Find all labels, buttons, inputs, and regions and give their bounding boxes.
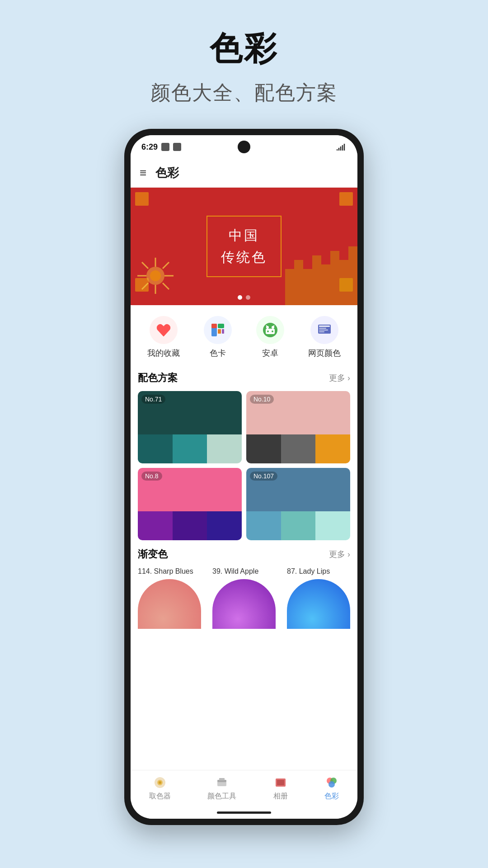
swatch	[207, 511, 242, 540]
status-bar: 6:29	[131, 135, 357, 159]
quick-item-android[interactable]: 安卓	[256, 316, 284, 359]
svg-point-22	[267, 330, 269, 332]
palette-bottom	[246, 511, 350, 540]
swatch	[315, 434, 350, 463]
palette-num: No.71	[141, 395, 165, 404]
svg-point-31	[159, 781, 161, 784]
notification-icon	[173, 143, 181, 151]
svg-line-8	[163, 262, 169, 269]
hamburger-menu[interactable]: ≡	[140, 166, 146, 180]
fireworks-icon	[135, 255, 176, 296]
svg-rect-15	[222, 329, 224, 334]
home-bar	[217, 811, 271, 814]
svg-point-1	[150, 270, 161, 281]
dot-1[interactable]	[238, 295, 242, 300]
gradient-more[interactable]: 更多 ›	[329, 549, 350, 560]
corner-tr	[339, 192, 353, 206]
gradient-circle	[287, 579, 350, 629]
palette-card-8[interactable]: No.8	[138, 468, 242, 540]
page-subtitle: 颜色大全、配色方案	[150, 80, 338, 106]
colortools-icon	[215, 775, 229, 790]
palette-card-107[interactable]: No.107	[246, 468, 350, 540]
page-header: 色彩 颜色大全、配色方案	[150, 0, 338, 106]
colorpicker-icon	[153, 775, 167, 790]
svg-rect-28	[319, 331, 324, 332]
svg-rect-13	[218, 324, 224, 328]
gradient-circle	[212, 579, 276, 629]
quick-item-colorcard[interactable]: 色卡	[204, 316, 232, 359]
gradient-item-lady-lips[interactable]: 87. Lady Lips	[287, 567, 350, 629]
palette-section: 配色方案 更多 › No.71	[131, 366, 357, 540]
bottom-spacer	[131, 633, 357, 642]
quick-item-webcolor[interactable]: 网页颜色	[308, 316, 341, 359]
palette-bottom	[246, 434, 350, 463]
banner-dots	[238, 295, 250, 300]
settings-icon	[161, 143, 169, 151]
swatch	[281, 511, 316, 540]
gradient-section-header: 渐变色 更多 ›	[138, 547, 350, 561]
svg-line-7	[163, 283, 169, 289]
bottom-nav: 取色器 颜色工具 相册	[131, 770, 357, 806]
corner-tl	[135, 192, 149, 206]
signal-icon	[337, 143, 347, 151]
nav-label-active: 色彩	[324, 792, 339, 801]
color-icon	[324, 775, 339, 790]
palette-grid: No.71 No.10	[138, 391, 350, 540]
gradient-label: 114. Sharp Blues	[138, 567, 208, 576]
banner-text: 中国 传统色	[206, 216, 282, 277]
great-wall-icon	[285, 224, 357, 305]
swatch	[281, 434, 316, 463]
gradient-section: 渐变色 更多 › 114. Sharp Blues 39. Wild Apple	[131, 540, 357, 633]
palette-num: No.107	[250, 472, 277, 481]
favorites-icon	[150, 316, 178, 344]
svg-rect-26	[319, 328, 326, 329]
svg-rect-27	[319, 330, 328, 330]
phone-screen: 6:29 ≡ 色彩	[131, 135, 357, 819]
dot-2[interactable]	[246, 295, 250, 300]
gradient-list: 114. Sharp Blues 39. Wild Apple 87. Lady…	[138, 567, 350, 633]
gradient-item-wild-apple[interactable]: 39. Wild Apple	[212, 567, 282, 629]
palette-num: No.8	[141, 472, 162, 481]
palette-section-header: 配色方案 更多 ›	[138, 371, 350, 385]
svg-rect-25	[319, 326, 330, 327]
phone-frame: 6:29 ≡ 色彩	[124, 129, 364, 825]
svg-point-39	[328, 781, 335, 788]
gradient-label: 39. Wild Apple	[212, 567, 282, 576]
swatch	[138, 511, 173, 540]
palette-more[interactable]: 更多 ›	[329, 373, 350, 383]
palette-title: 配色方案	[138, 371, 178, 385]
swatch	[246, 434, 281, 463]
swatch	[173, 434, 207, 463]
page-title: 色彩	[150, 27, 338, 71]
gradient-item-sharp-blues[interactable]: 114. Sharp Blues	[138, 567, 208, 629]
svg-rect-14	[218, 329, 221, 334]
nav-item-colorpicker[interactable]: 取色器	[149, 775, 171, 801]
quick-item-favorites[interactable]: 我的收藏	[147, 316, 180, 359]
swatch	[173, 511, 207, 540]
app-bar-title: 色彩	[155, 165, 179, 181]
webcolor-icon	[310, 316, 338, 344]
gradient-title: 渐变色	[138, 547, 168, 561]
camera-notch	[238, 141, 250, 153]
svg-rect-34	[219, 778, 225, 780]
status-time: 6:29	[141, 142, 181, 152]
scroll-content[interactable]: 中国 传统色	[131, 188, 357, 770]
svg-rect-12	[211, 324, 217, 328]
status-right-icons	[337, 143, 347, 151]
album-icon	[273, 775, 288, 790]
gradient-circle	[138, 579, 201, 629]
nav-item-album[interactable]: 相册	[273, 775, 288, 801]
colorcard-icon	[204, 316, 232, 344]
palette-bottom	[138, 434, 242, 463]
svg-line-6	[142, 262, 148, 269]
nav-item-colortools[interactable]: 颜色工具	[207, 775, 236, 801]
swatch	[246, 511, 281, 540]
swatch	[138, 434, 173, 463]
android-icon	[256, 316, 284, 344]
palette-card-71[interactable]: No.71	[138, 391, 242, 463]
palette-num: No.10	[250, 395, 274, 404]
banner[interactable]: 中国 传统色	[131, 188, 357, 305]
nav-item-color[interactable]: 色彩	[324, 775, 339, 801]
palette-card-10[interactable]: No.10	[246, 391, 350, 463]
home-indicator	[131, 806, 357, 819]
